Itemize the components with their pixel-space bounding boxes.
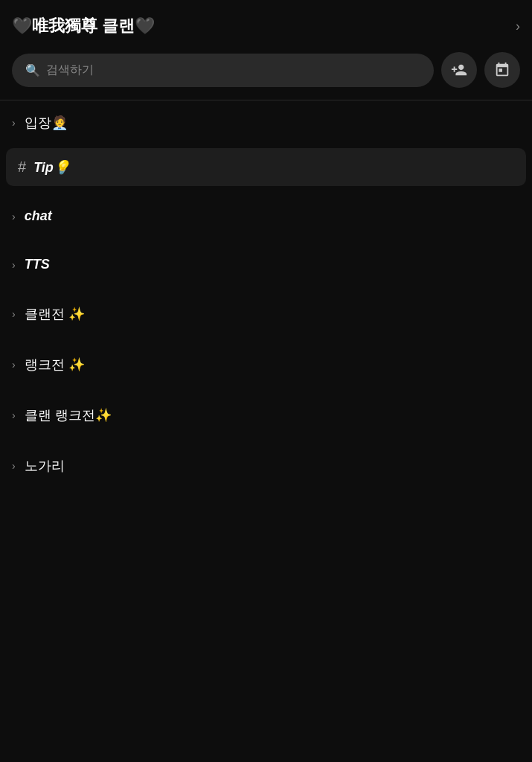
chevron-chat-icon: ›	[12, 211, 16, 222]
header-chevron-icon: ›	[516, 19, 520, 34]
search-bar[interactable]: 🔍 검색하기	[12, 54, 434, 87]
chevron-clan-rank-war-icon: ›	[12, 409, 16, 421]
category-entrance[interactable]: › 입장🧑‍💼	[0, 100, 532, 145]
chevron-nogari-icon: ›	[12, 460, 16, 472]
category-nogari[interactable]: › 노가리	[0, 444, 532, 488]
category-tts[interactable]: › TTS	[0, 243, 532, 286]
chevron-icon: ›	[12, 117, 16, 129]
category-clan-war[interactable]: › 클랜전 ✨	[0, 292, 532, 336]
chevron-clan-war-icon: ›	[12, 308, 16, 320]
category-clan-rank-war[interactable]: › 클랜 랭크전✨	[0, 393, 532, 438]
category-chat[interactable]: › chat	[0, 195, 532, 237]
category-clan-rank-war-label: 클랜 랭크전✨	[25, 406, 112, 424]
category-rank-war-label: 랭크전 ✨	[25, 356, 85, 374]
category-chat-label: chat	[25, 208, 52, 224]
channel-tip-label: Tip💡	[33, 159, 70, 176]
chevron-tts-icon: ›	[12, 259, 16, 271]
search-icon: 🔍	[25, 63, 40, 77]
channel-tip[interactable]: # Tip💡	[6, 148, 526, 186]
category-rank-war[interactable]: › 랭크전 ✨	[0, 342, 532, 387]
search-placeholder: 검색하기	[46, 63, 94, 78]
search-bar-row: 🔍 검색하기	[0, 46, 532, 100]
category-nogari-label: 노가리	[25, 457, 65, 475]
calendar-button[interactable]	[484, 52, 520, 88]
chevron-rank-war-icon: ›	[12, 359, 16, 371]
category-clan-war-label: 클랜전 ✨	[25, 305, 85, 323]
category-entrance-label: 입장🧑‍💼	[25, 114, 68, 132]
category-tts-label: TTS	[25, 257, 50, 272]
header: 🖤唯我獨尊 클랜🖤 ›	[0, 0, 532, 46]
channel-hash-icon: #	[18, 159, 26, 176]
add-members-button[interactable]	[441, 52, 477, 88]
clan-title: 🖤唯我獨尊 클랜🖤	[12, 15, 507, 37]
